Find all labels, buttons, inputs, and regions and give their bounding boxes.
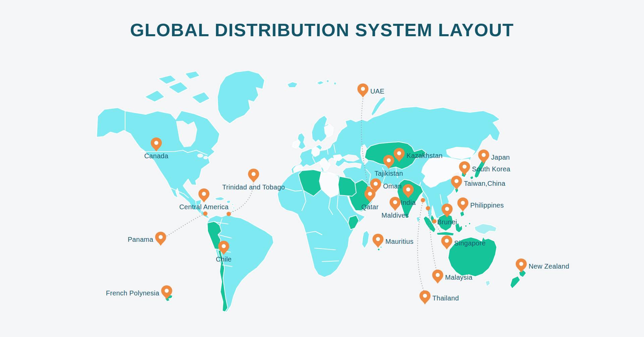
marker-label-brunei: Brunei xyxy=(437,218,457,226)
map-pin-hole xyxy=(445,207,449,211)
marker-japan: Japan xyxy=(478,150,510,164)
marker-label-maldives: Maldives xyxy=(381,212,409,219)
map-pin-hole xyxy=(202,192,206,196)
marker-label-taiwan-china: Taiwan,China xyxy=(464,180,505,187)
marker-uae: UAE xyxy=(358,83,385,98)
map-pin-hole xyxy=(463,165,467,169)
marker-label-qatar: Qatar xyxy=(361,203,379,211)
marker-label-india: India xyxy=(401,199,416,206)
marker-label-south-korea: South Korea xyxy=(472,165,511,173)
marker-philippines: Philippines xyxy=(458,198,504,212)
connector-line-thailand xyxy=(418,202,424,290)
country-new-zealand xyxy=(510,270,526,289)
country-uk xyxy=(298,133,306,150)
marker-label-thailand: Thailand xyxy=(432,294,459,302)
marker-mauritius: Mauritius xyxy=(373,234,414,248)
great-lakes xyxy=(198,154,203,157)
marker-panama: Panama xyxy=(128,232,166,246)
map-pin-hole xyxy=(361,87,365,91)
map-pin-hole xyxy=(387,158,391,162)
location-dot-trinidad-loc xyxy=(227,212,231,216)
connector-line-panama xyxy=(165,215,203,237)
landmass-north-america xyxy=(97,108,220,219)
map-pin-hole xyxy=(482,153,486,157)
new-guinea xyxy=(474,224,497,234)
map-pin-hole xyxy=(445,239,449,243)
marker-trinidad-and-tobago: Trinidad and Tobago xyxy=(222,169,285,191)
map-pin-hole xyxy=(461,201,465,205)
map-pin-hole xyxy=(397,151,401,155)
marker-taiwan-china: Taiwan,China xyxy=(451,176,506,190)
marker-label-kazakhstan: Kazakhstan xyxy=(407,152,443,159)
marker-thailand: Thailand xyxy=(420,290,459,304)
map-pin-hole xyxy=(406,187,410,191)
tasmania xyxy=(485,280,490,286)
marker-label-canada: Canada xyxy=(144,152,168,160)
map-pin-hole xyxy=(454,179,459,183)
country-kenya xyxy=(348,215,359,230)
arctic-islands xyxy=(145,71,210,104)
map-pin-hole xyxy=(368,192,372,196)
marker-label-trinidad-and-tobago: Trinidad and Tobago xyxy=(222,183,285,191)
marker-label-philippines: Philippines xyxy=(470,202,504,209)
marker-label-central-america: Central America xyxy=(179,203,229,211)
location-dot-thailand-loc xyxy=(421,198,425,203)
map-pin-hole xyxy=(393,200,397,204)
map-pin-hole xyxy=(154,141,158,145)
marker-label-japan: Japan xyxy=(491,154,510,161)
marker-label-malaysia: Malaysia xyxy=(445,274,473,281)
marker-label-french-polynesia: French Polynesia xyxy=(106,289,160,297)
marker-label-oman: Oman xyxy=(383,182,402,190)
map-pin-hole xyxy=(423,294,427,298)
great-lakes xyxy=(204,156,208,159)
madagascar xyxy=(362,230,369,248)
map-pin-hole xyxy=(436,273,440,277)
location-dot-singapore-loc xyxy=(432,219,437,224)
marker-french-polynesia: French Polynesia xyxy=(106,285,172,299)
location-dot-panama-loc xyxy=(203,212,208,216)
marker-label-singapore: Singapore xyxy=(454,239,486,247)
location-dot-malaysia-loc xyxy=(426,206,430,211)
marker-label-chile: Chile xyxy=(216,256,231,263)
marker-label-mauritius: Mauritius xyxy=(385,238,414,245)
map-pin-hole xyxy=(376,237,380,241)
map-pin-hole xyxy=(519,262,523,266)
country-iceland xyxy=(287,82,298,88)
world-map: CanadaTrinidad and TobagoCentral America… xyxy=(0,0,644,337)
map-pin-hole xyxy=(252,172,256,176)
landmass-greenland xyxy=(217,70,265,124)
infographic-canvas: GLOBAL DISTRIBUTION SYSTEM LAYOUT xyxy=(0,0,644,337)
marker-label-tajikistan: Tajikistan xyxy=(374,170,403,177)
map-pin-hole xyxy=(374,182,378,186)
marker-label-new-zealand: New Zealand xyxy=(529,263,569,270)
map-pin-hole xyxy=(159,235,163,239)
map-pin-hole xyxy=(165,289,169,293)
svalbard-islands xyxy=(316,80,336,85)
map-pin-hole xyxy=(222,244,226,248)
marker-label-panama: Panama xyxy=(128,236,154,243)
marker-label-uae: UAE xyxy=(370,88,384,95)
